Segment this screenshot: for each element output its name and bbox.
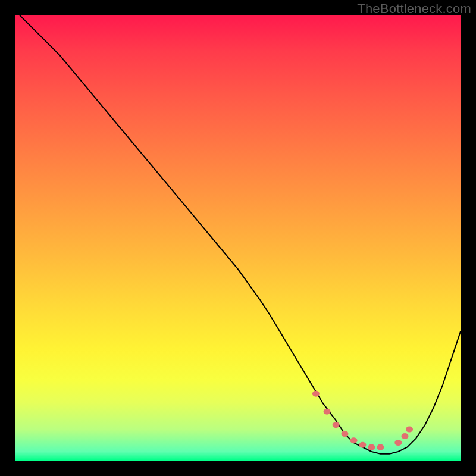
curve-svg (15, 15, 461, 461)
watermark-text: TheBottleneck.com (357, 1, 471, 17)
bottleneck-curve (20, 15, 461, 454)
svg-point-6 (368, 444, 375, 450)
svg-point-3 (342, 431, 349, 437)
svg-point-4 (350, 437, 358, 443)
svg-point-10 (406, 427, 413, 433)
svg-point-1 (324, 409, 331, 415)
plot-area (15, 15, 461, 461)
highlight-dots (312, 391, 413, 450)
svg-point-8 (394, 440, 402, 446)
svg-point-7 (377, 444, 384, 450)
chart-container: TheBottleneck.com (0, 0, 476, 476)
svg-point-5 (359, 442, 366, 448)
svg-point-9 (402, 433, 409, 439)
svg-point-2 (333, 422, 340, 428)
svg-point-0 (312, 391, 320, 397)
